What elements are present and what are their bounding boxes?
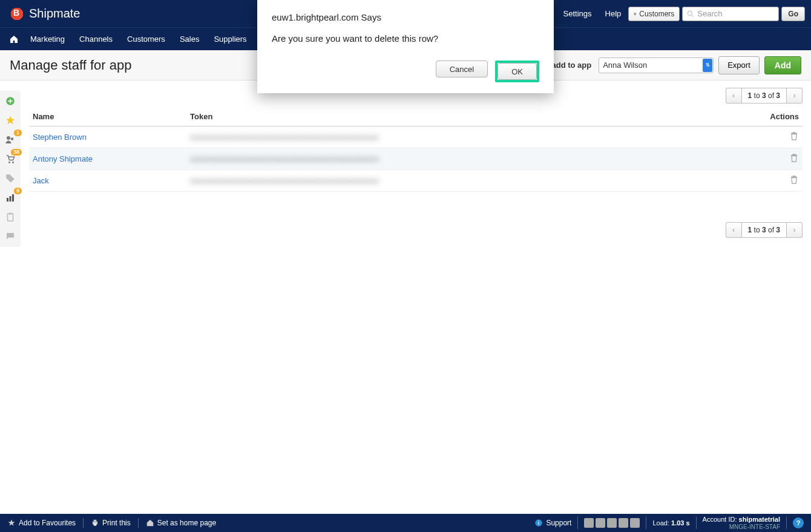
- home-button[interactable]: [5, 34, 23, 44]
- home-icon: [9, 34, 19, 44]
- svg-rect-7: [7, 198, 8, 202]
- cart-badge: 38: [11, 149, 22, 156]
- trash-icon[interactable]: [789, 153, 799, 163]
- star-icon: [7, 519, 16, 527]
- twitter-icon[interactable]: [596, 518, 605, 528]
- pagination-next[interactable]: ›: [787, 88, 803, 103]
- logo-area: Shipmate: [10, 7, 80, 21]
- svg-point-0: [688, 11, 692, 15]
- user-select[interactable]: Anna Wilson ⇅: [599, 57, 714, 73]
- pagination-prev[interactable]: ‹: [726, 222, 741, 238]
- footer: Add to Favourites Print this Set as home…: [0, 514, 811, 532]
- add-button[interactable]: Add: [764, 56, 801, 74]
- quick-add-button[interactable]: [4, 94, 17, 108]
- svg-point-6: [12, 162, 14, 163]
- ok-highlight: OK: [495, 61, 539, 82]
- svg-point-4: [11, 137, 14, 140]
- pagination-info: 1 to 3 of 3: [741, 222, 787, 238]
- quick-clipboard-button[interactable]: [4, 211, 17, 224]
- row-token: xxxxxxxxxxxxxxxxxxxxxxxxxxxxxxxxxxxxxxxx…: [190, 133, 379, 142]
- svg-rect-11: [9, 213, 12, 215]
- linkedin-icon[interactable]: [619, 518, 628, 528]
- go-button[interactable]: Go: [781, 7, 805, 21]
- search-scope-dropdown[interactable]: Customers: [628, 7, 680, 21]
- social-icons: [584, 518, 640, 528]
- chat-icon: [5, 231, 16, 242]
- th-name: Name: [29, 107, 186, 126]
- top-links: Settings Help: [563, 9, 622, 18]
- row-name-link[interactable]: Stephen Brown: [33, 133, 87, 142]
- confirm-dialog: euw1.brightpearl.com Says Are you sure y…: [257, 0, 554, 93]
- quick-star-button[interactable]: [4, 114, 17, 127]
- svg-rect-10: [8, 214, 13, 221]
- nav-marketing[interactable]: Marketing: [23, 34, 72, 44]
- quick-users-button[interactable]: 1: [4, 133, 17, 146]
- table-row: Stephen Brown xxxxxxxxxxxxxxxxxxxxxxxxxx…: [29, 126, 803, 148]
- svg-text:i: i: [538, 521, 539, 526]
- pagination-info: 1 to 3 of 3: [741, 88, 787, 103]
- tag-icon: [5, 173, 16, 184]
- svg-point-3: [7, 136, 10, 140]
- info-icon: i: [534, 519, 543, 527]
- chart-icon: [5, 192, 16, 203]
- facebook-icon[interactable]: [607, 518, 617, 528]
- load-info: Load: 1.03 s: [652, 519, 689, 527]
- dialog-title: euw1.brightpearl.com Says: [272, 12, 539, 22]
- trash-icon[interactable]: [789, 131, 799, 141]
- svg-rect-14: [94, 524, 97, 526]
- svg-point-5: [8, 162, 10, 163]
- quick-chat-button[interactable]: [4, 230, 17, 243]
- svg-rect-9: [12, 194, 14, 202]
- star-icon: [5, 115, 16, 126]
- row-token: xxxxxxxxxxxxxxxxxxxxxxxxxxxxxxxxxxxxxxxx…: [190, 154, 379, 163]
- user-select-value: Anna Wilson: [603, 61, 647, 70]
- search-icon: [686, 10, 695, 18]
- print-button[interactable]: Print this: [91, 519, 131, 527]
- pagination-next[interactable]: ›: [787, 222, 803, 238]
- row-name-link[interactable]: Jack: [33, 176, 49, 185]
- trash-icon[interactable]: [789, 175, 799, 185]
- nav-sales[interactable]: Sales: [172, 34, 207, 44]
- table-header-row: Name Token Actions: [29, 107, 803, 126]
- pagination-prev[interactable]: ‹: [726, 88, 741, 103]
- page-title: Manage staff for app: [10, 57, 131, 73]
- th-token: Token: [186, 107, 754, 126]
- account-info: Account ID: shipmatetrial MNGE-INTE-STAF: [703, 516, 780, 530]
- help-link[interactable]: Help: [605, 9, 622, 18]
- help-circle-button[interactable]: ?: [793, 517, 804, 528]
- logo-icon: [10, 7, 24, 21]
- dialog-message: Are you sure you want to delete this row…: [272, 33, 539, 44]
- search-input[interactable]: Search: [682, 7, 779, 21]
- quick-cart-button[interactable]: 38: [4, 153, 17, 166]
- cancel-button[interactable]: Cancel: [436, 61, 488, 77]
- rss-icon[interactable]: [584, 518, 594, 528]
- table-row: Jack xxxxxxxxxxxxxxxxxxxxxxxxxxxxxxxxxxx…: [29, 170, 803, 192]
- quick-icon-dock: 1 38 9: [0, 91, 21, 247]
- svg-rect-13: [94, 520, 97, 522]
- support-button[interactable]: i Support: [534, 519, 571, 527]
- set-home-button[interactable]: Set as home page: [146, 519, 216, 527]
- row-token: xxxxxxxxxxxxxxxxxxxxxxxxxxxxxxxxxxxxxxxx…: [190, 176, 379, 185]
- app-name: Shipmate: [29, 7, 80, 21]
- chevron-down-icon: ⇅: [703, 59, 712, 72]
- settings-link[interactable]: Settings: [563, 9, 592, 18]
- export-button[interactable]: Export: [718, 56, 760, 74]
- plus-circle-icon: [5, 96, 16, 107]
- printer-icon: [91, 519, 99, 527]
- home-icon: [146, 519, 154, 527]
- add-favourites-button[interactable]: Add to Favourites: [7, 519, 76, 527]
- quick-chart-button[interactable]: 9: [4, 191, 17, 205]
- nav-customers[interactable]: Customers: [120, 34, 172, 44]
- search-scope-label: Customers: [639, 10, 674, 18]
- svg-line-1: [692, 15, 694, 16]
- nav-suppliers[interactable]: Suppliers: [206, 34, 254, 44]
- th-actions: Actions: [754, 107, 803, 126]
- nav-channels[interactable]: Channels: [72, 34, 120, 44]
- search-placeholder: Search: [697, 9, 722, 18]
- content-area: ‹ 1 to 3 of 3 › Name Token Actions Steph…: [24, 80, 811, 238]
- ok-button[interactable]: OK: [497, 63, 537, 80]
- youtube-icon[interactable]: [630, 518, 640, 528]
- chart-badge: 9: [14, 188, 22, 194]
- quick-tag-button[interactable]: [4, 172, 17, 185]
- row-name-link[interactable]: Antony Shipmate: [33, 154, 93, 163]
